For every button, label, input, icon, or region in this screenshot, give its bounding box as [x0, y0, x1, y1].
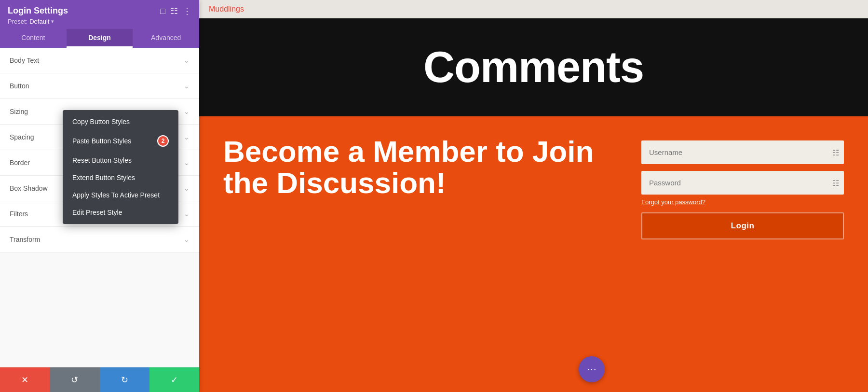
login-section: Become a Member to Join the Discussion! …: [199, 116, 868, 392]
settings-label-button: Button: [10, 82, 29, 90]
context-label-copy: Copy Button Styles: [72, 118, 130, 126]
undo-button[interactable]: ↺: [50, 367, 99, 392]
settings-label-body-text: Body Text: [10, 56, 39, 64]
context-item-edit[interactable]: Edit Preset Style: [63, 204, 178, 221]
username-icon: ☷: [832, 148, 839, 157]
login-left: Become a Member to Join the Discussion!: [223, 136, 612, 373]
save-button[interactable]: ✓: [149, 367, 199, 392]
preset-row: Preset: Default ▾: [8, 18, 191, 25]
more-icon[interactable]: ⋮: [183, 7, 191, 15]
username-input[interactable]: [641, 140, 844, 164]
fab-button[interactable]: ⋯: [579, 356, 605, 382]
password-icon: ☷: [832, 178, 839, 187]
chevron-body-text: ⌄: [184, 56, 190, 64]
comments-banner: Comments: [199, 18, 868, 116]
forgot-password-link[interactable]: Forgot your password?: [641, 198, 844, 206]
redo-icon: ↻: [121, 375, 128, 385]
context-label-edit: Edit Preset Style: [72, 209, 122, 216]
settings-label-filters: Filters: [10, 210, 28, 218]
left-panel: Login Settings □ ☷ ⋮ 1 Preset: Default ▾…: [0, 0, 199, 392]
preset-value[interactable]: Default: [29, 18, 49, 25]
login-right: ☷ ☷ Forgot your password? Login ⋯: [641, 136, 844, 373]
header-icons: □ ☷ ⋮: [160, 7, 191, 15]
panel-header: Login Settings □ ☷ ⋮ 1 Preset: Default ▾: [0, 0, 199, 29]
context-item-copy[interactable]: Copy Button Styles: [63, 113, 178, 130]
right-topbar: Muddlings: [199, 0, 868, 18]
cancel-button[interactable]: ✕: [0, 367, 50, 392]
context-item-reset[interactable]: Reset Button Styles: [63, 152, 178, 169]
bottom-toolbar: ✕ ↺ ↻ ✓: [0, 367, 199, 392]
context-item-extend[interactable]: Extend Button Styles: [63, 169, 178, 186]
chevron-box-shadow: ⌄: [184, 184, 190, 192]
chevron-filters: ⌄: [184, 210, 190, 218]
cancel-icon: ✕: [21, 375, 28, 385]
site-name-link[interactable]: Muddlings: [209, 5, 244, 13]
context-item-paste[interactable]: Paste Button Styles 2: [63, 130, 178, 152]
context-label-apply: Apply Styles To Active Preset: [72, 191, 160, 199]
chevron-button: ⌄: [184, 82, 190, 90]
save-icon: ✓: [171, 375, 178, 385]
focus-icon[interactable]: □: [160, 7, 165, 15]
panel-tabs: Content Design Advanced: [0, 29, 199, 48]
settings-label-sizing: Sizing: [10, 108, 28, 115]
password-wrapper: ☷: [641, 171, 844, 195]
context-label-reset: Reset Button Styles: [72, 156, 132, 164]
preset-chevron[interactable]: ▾: [51, 18, 54, 25]
settings-label-border: Border: [10, 159, 30, 167]
context-label-extend: Extend Button Styles: [72, 174, 135, 182]
right-panel: Muddlings Comments Become a Member to Jo…: [199, 0, 868, 392]
username-wrapper: ☷: [641, 140, 844, 164]
tab-advanced[interactable]: Advanced: [133, 29, 199, 48]
fab-icon: ⋯: [587, 364, 597, 375]
undo-icon: ↺: [71, 375, 78, 385]
badge-2: 2: [157, 135, 169, 147]
chevron-border: ⌄: [184, 159, 190, 167]
settings-item-button[interactable]: Button ⌄: [0, 73, 199, 99]
tab-design[interactable]: Design: [67, 29, 133, 48]
context-item-apply[interactable]: Apply Styles To Active Preset: [63, 186, 178, 204]
chevron-sizing: ⌄: [184, 108, 190, 115]
chevron-transform: ⌄: [184, 236, 190, 243]
settings-label-transform: Transform: [10, 236, 40, 243]
context-label-paste: Paste Button Styles: [72, 137, 131, 145]
settings-label-spacing: Spacing: [10, 133, 34, 141]
tab-content[interactable]: Content: [0, 29, 67, 48]
settings-label-box-shadow: Box Shadow: [10, 184, 48, 192]
columns-icon[interactable]: ☷: [170, 7, 178, 15]
password-input[interactable]: [641, 171, 844, 195]
comments-title: Comments: [199, 42, 868, 92]
context-menu: Copy Button Styles Paste Button Styles 2…: [63, 110, 178, 224]
settings-item-body-text[interactable]: Body Text ⌄: [0, 48, 199, 73]
redo-button[interactable]: ↻: [100, 367, 149, 392]
panel-title: Login Settings: [8, 6, 68, 16]
preset-label: Preset:: [8, 18, 27, 25]
panel-header-top: Login Settings □ ☷ ⋮ 1: [8, 6, 191, 16]
login-button[interactable]: Login: [641, 212, 844, 239]
settings-item-transform[interactable]: Transform ⌄: [0, 227, 199, 252]
chevron-spacing: ⌄: [184, 133, 190, 141]
login-heading: Become a Member to Join the Discussion!: [223, 136, 612, 198]
